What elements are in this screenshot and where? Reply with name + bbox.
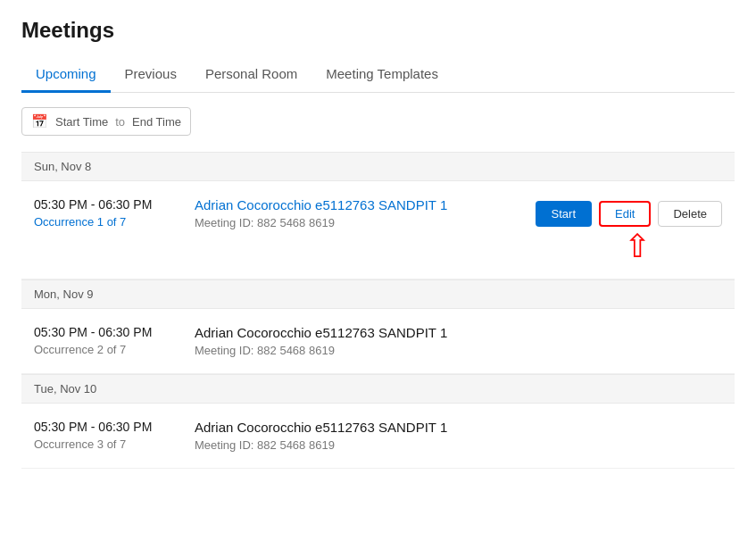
meeting-occurrence: Occurrence 1 of 7 [34,215,177,229]
meeting-time: 05:30 PM - 06:30 PM [34,197,177,212]
occurrence-link[interactable]: Occurrence 1 of 7 [34,215,126,229]
meeting-info: Adrian Cocorocchio e5112763 SANDPIT 1 Me… [195,420,722,452]
tab-personal-room[interactable]: Personal Room [191,57,312,93]
meeting-time: 05:30 PM - 06:30 PM [34,420,177,434]
meeting-info: Adrian Cocorocchio e5112763 SANDPIT 1 Me… [195,325,722,357]
filter-bar: 📅 Start Time to End Time [21,107,735,136]
meeting-id-label: Meeting ID: [195,216,253,229]
edit-button[interactable]: Edit [599,201,651,227]
meetings-page: Meetings Upcoming Previous Personal Room… [0,0,756,558]
delete-button[interactable]: Delete [658,201,722,227]
page-title: Meetings [21,18,735,43]
meeting-id: Meeting ID: 882 5468 8619 [195,438,722,452]
occurrence-text: Occurrence 2 of 7 [34,343,126,356]
section-header-sun-nov8: Sun, Nov 8 [21,152,735,181]
occurrence-text: Occurrence 3 of 7 [34,437,126,451]
meeting-id: Meeting ID: 882 5468 8619 [195,216,518,229]
start-button[interactable]: Start [536,201,592,227]
meeting-actions: Start Edit Delete [536,201,722,227]
meeting-row: 05:30 PM - 06:30 PM Occurrence 1 of 7 Ad… [21,181,735,279]
meeting-row: 05:30 PM - 06:30 PM Occurrence 3 of 7 Ad… [21,404,735,469]
meeting-name-text: Adrian Cocorocchio e5112763 SANDPIT 1 [195,325,447,340]
meeting-id-value: 882 5468 8619 [257,216,335,229]
meeting-time-col: 05:30 PM - 06:30 PM Occurrence 3 of 7 [34,420,177,451]
meeting-row: 05:30 PM - 06:30 PM Occurrence 2 of 7 Ad… [21,309,735,374]
meeting-info: Adrian Cocorocchio e5112763 SANDPIT 1 Me… [195,197,518,229]
red-arrow-icon: ⇧ [624,230,651,262]
meeting-time-col: 05:30 PM - 06:30 PM Occurrence 1 of 7 [34,197,177,229]
section-header-mon-nov9: Mon, Nov 9 [21,279,735,309]
meeting-name-link[interactable]: Adrian Cocorocchio e5112763 SANDPIT 1 [195,197,447,212]
meeting-occurrence: Occurrence 2 of 7 [34,343,177,356]
meeting-id-label: Meeting ID: [195,438,253,452]
meeting-name: Adrian Cocorocchio e5112763 SANDPIT 1 [195,197,518,212]
section-header-tue-nov10: Tue, Nov 10 [21,374,735,404]
meeting-id: Meeting ID: 882 5468 8619 [195,344,722,357]
calendar-icon: 📅 [31,113,48,129]
meeting-occurrence: Occurrence 3 of 7 [34,437,177,451]
meeting-name: Adrian Cocorocchio e5112763 SANDPIT 1 [195,325,722,340]
tab-meeting-templates[interactable]: Meeting Templates [312,57,453,93]
tab-upcoming[interactable]: Upcoming [21,57,111,93]
meeting-id-value: 882 5468 8619 [257,438,335,452]
meeting-id-label: Meeting ID: [195,344,253,357]
meeting-name-text: Adrian Cocorocchio e5112763 SANDPIT 1 [195,420,447,435]
meeting-time: 05:30 PM - 06:30 PM [34,325,177,339]
start-time-placeholder: Start Time [55,115,108,129]
to-label: to [115,115,125,129]
end-time-placeholder: End Time [132,115,181,129]
tab-previous[interactable]: Previous [111,57,191,93]
meeting-name: Adrian Cocorocchio e5112763 SANDPIT 1 [195,420,722,435]
meeting-time-col: 05:30 PM - 06:30 PM Occurrence 2 of 7 [34,325,177,356]
tab-bar: Upcoming Previous Personal Room Meeting … [21,57,735,93]
meeting-id-value: 882 5468 8619 [257,344,335,357]
date-range-picker[interactable]: 📅 Start Time to End Time [21,107,191,136]
arrow-indicator: ⇧ [624,230,722,262]
